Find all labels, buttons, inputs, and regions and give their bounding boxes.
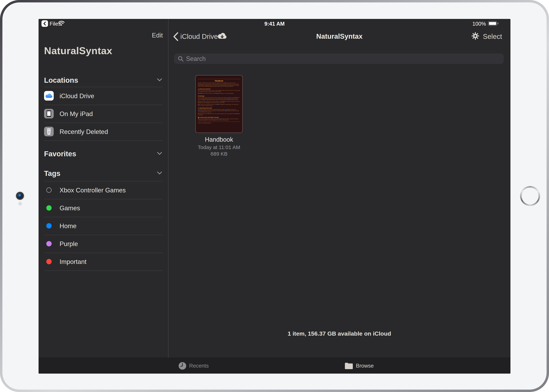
files-app-screen: Files 9:41 AM 100% Edit NaturalSyntax Lo…	[39, 19, 510, 374]
thumb-rule	[198, 79, 240, 79]
tag-label: Games	[59, 205, 80, 212]
trash-icon	[44, 127, 54, 136]
sidebar-tag-home[interactable]: Home	[44, 217, 163, 235]
tag-circle-icon	[46, 241, 52, 246]
status-bar: Files 9:41 AM 100%	[39, 19, 510, 28]
thumb-p: Thanks for using Natural Syntax!	[198, 123, 240, 124]
folder-title: NaturalSyntax	[168, 33, 510, 40]
tags-header-label: Tags	[44, 169, 60, 177]
tag-label: Home	[59, 223, 77, 230]
storage-summary: 1 item, 156.37 GB available on iCloud	[168, 330, 510, 337]
tag-circle-icon	[46, 259, 52, 264]
sidebar-item-label: Recently Deleted	[59, 128, 108, 135]
front-camera	[17, 193, 23, 199]
sidebar-tag-games[interactable]: Games	[44, 199, 163, 217]
thumb-p: At the top left of the file browser, you…	[198, 90, 240, 92]
favorites-header-label: Favorites	[44, 150, 76, 158]
search-bar[interactable]	[174, 54, 504, 64]
document-thumbnail[interactable]: HandbookWelcome to Natural Syntax, withi…	[195, 75, 243, 133]
tag-label: Xbox Controller Games	[59, 187, 126, 194]
thumb-h: ☁Discovery Service	[198, 88, 240, 90]
navigation-bar: iCloud Drive NaturalSyntax	[168, 28, 510, 51]
thumb-p: At the top right of both the file browse…	[198, 97, 240, 101]
edit-button[interactable]: Edit	[152, 32, 163, 39]
favorites-section-header[interactable]: Favorites	[44, 150, 163, 158]
icloud-icon	[44, 91, 54, 101]
tab-recents[interactable]: Recents	[179, 358, 209, 374]
sidebar-tag-purple[interactable]: Purple	[44, 235, 163, 252]
locations-header-label: Locations	[44, 76, 78, 84]
thumb-p: Welcome to Natural Syntax, within it you…	[198, 83, 240, 87]
separator	[44, 140, 163, 141]
light-sensor	[18, 202, 22, 206]
tag-circle-icon	[46, 223, 52, 229]
sidebar-item-recently-deleted[interactable]: Recently Deleted	[44, 123, 163, 140]
thumb-h: ↥Importing ePub Files	[198, 107, 240, 109]
file-size: 689 KB	[195, 151, 243, 157]
sidebar-item-label: On My iPad	[59, 110, 93, 118]
gear-icon[interactable]	[471, 32, 479, 40]
tab-bar: Recents Browse	[39, 358, 510, 374]
battery-percent: 100%	[472, 21, 486, 27]
thumb-p: You can import your own ePub files into …	[198, 109, 240, 113]
search-input[interactable]	[186, 55, 479, 63]
thumb-p: While you're reading your book, you can …	[198, 119, 240, 121]
tab-browse[interactable]: Browse	[345, 358, 374, 374]
sidebar: Edit NaturalSyntax Locations	[39, 28, 168, 358]
select-button[interactable]: Select	[483, 33, 502, 40]
status-time: 9:41 AM	[39, 21, 510, 27]
thumb-p: Please Note: The Discovery Service is on…	[198, 93, 240, 94]
tags-section-header[interactable]: Tags	[44, 169, 163, 177]
file-browser-pane: iCloud Drive NaturalSyntax	[168, 28, 510, 358]
tablet-frame: Files 9:41 AM 100% Edit NaturalSyntax Lo…	[0, 0, 549, 392]
chevron-down-icon[interactable]	[157, 152, 162, 155]
sidebar-item-label: iCloud Drive	[59, 92, 94, 100]
locations-section-header[interactable]: Locations	[44, 76, 163, 84]
sidebar-item-icloud-drive[interactable]: iCloud Drive	[44, 87, 163, 105]
file-modified-date: Today at 11:01 AM	[195, 144, 243, 150]
thumb-p: Note: some of the customization options …	[198, 104, 240, 106]
ipad-icon	[44, 109, 54, 119]
folder-icon	[345, 362, 353, 370]
sidebar-tag-important[interactable]: Important	[44, 252, 163, 270]
file-name: Handbook	[195, 136, 243, 143]
tag-circle-icon	[46, 205, 52, 211]
battery-icon	[488, 21, 497, 26]
search-icon	[178, 56, 184, 62]
file-tile-handbook[interactable]: HandbookWelcome to Natural Syntax, withi…	[195, 75, 243, 157]
separator	[44, 270, 163, 271]
camera-lens-glint	[19, 195, 20, 196]
chevron-down-icon[interactable]	[157, 78, 162, 81]
thumb-p: Pro tip: If you only have your ePub file…	[198, 113, 240, 116]
sidebar-app-title: NaturalSyntax	[44, 45, 112, 56]
sidebar-item-on-my-ipad[interactable]: On My iPad	[44, 105, 163, 123]
tag-circle-icon	[46, 187, 52, 193]
thumb-h: ⚙Settings	[198, 95, 240, 97]
sidebar-tag-xbox-controller-games[interactable]: Xbox Controller Games	[44, 181, 163, 199]
tag-label: Important	[59, 258, 87, 266]
battery-nub	[498, 22, 498, 24]
home-button[interactable]	[520, 186, 540, 206]
thumb-p: Pro tip: a number of people like to setu…	[198, 101, 240, 104]
tab-label: Browse	[356, 363, 374, 369]
thumb-title: Handbook	[198, 80, 240, 82]
tab-label: Recents	[189, 363, 209, 369]
thumb-h: ▤Lexical Color and Style Overlay	[198, 117, 240, 118]
clock-icon	[179, 362, 186, 370]
chevron-down-icon[interactable]	[157, 171, 162, 175]
tag-label: Purple	[59, 240, 78, 248]
